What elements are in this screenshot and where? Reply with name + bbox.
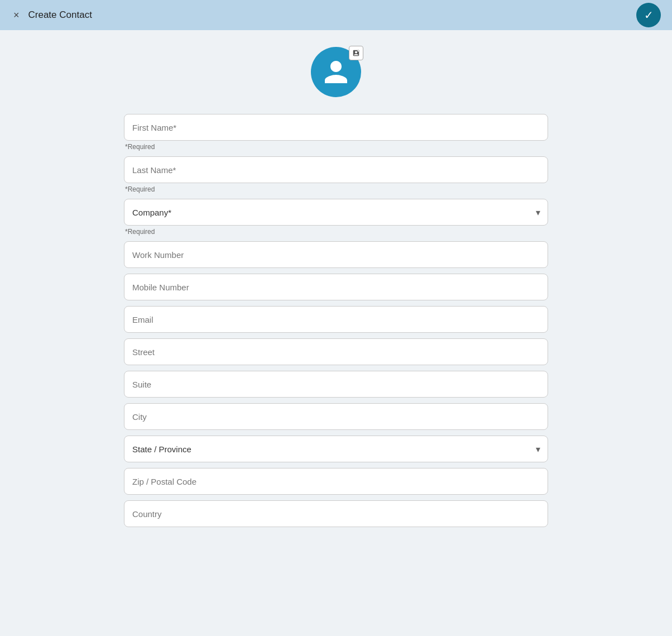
page-header: × Create Contact ✓ <box>0 0 672 30</box>
confirm-button[interactable]: ✓ <box>636 3 661 27</box>
state-province-select[interactable]: State / Province <box>124 436 548 462</box>
field-email <box>124 306 548 333</box>
close-icon: × <box>13 9 20 21</box>
form-content: *Required*RequiredCompany*▾*RequiredStat… <box>0 30 672 636</box>
field-city <box>124 403 548 430</box>
country-input[interactable] <box>124 500 548 527</box>
first-name-input[interactable] <box>124 114 548 141</box>
field-suite <box>124 371 548 398</box>
suite-input[interactable] <box>124 371 548 398</box>
field-zip-postal <box>124 468 548 495</box>
close-button[interactable]: × <box>11 7 22 23</box>
person-icon <box>322 58 350 86</box>
mobile-number-input[interactable] <box>124 274 548 300</box>
field-state-province: State / Province▾ <box>124 436 548 462</box>
field-company: Company*▾*Required <box>124 199 548 236</box>
add-photo-icon <box>352 49 360 57</box>
company-required-text: *Required <box>125 228 548 236</box>
avatar-container <box>311 47 361 97</box>
field-street <box>124 338 548 365</box>
city-input[interactable] <box>124 403 548 430</box>
zip-postal-input[interactable] <box>124 468 548 495</box>
state-province-wrapper: State / Province▾ <box>124 436 548 462</box>
field-mobile-number <box>124 274 548 300</box>
page-title: Create Contact <box>28 9 92 21</box>
checkmark-icon: ✓ <box>644 8 654 22</box>
first-name-required-text: *Required <box>125 143 548 151</box>
work-number-input[interactable] <box>124 241 548 268</box>
add-photo-button[interactable] <box>349 46 363 60</box>
field-country <box>124 500 548 527</box>
email-input[interactable] <box>124 306 548 333</box>
last-name-required-text: *Required <box>125 185 548 193</box>
field-first-name: *Required <box>124 114 548 151</box>
field-last-name: *Required <box>124 156 548 193</box>
form: *Required*RequiredCompany*▾*RequiredStat… <box>124 114 548 527</box>
field-work-number <box>124 241 548 268</box>
company-wrapper: Company*▾ <box>124 199 548 226</box>
header-left: × Create Contact <box>11 7 92 23</box>
street-input[interactable] <box>124 338 548 365</box>
last-name-input[interactable] <box>124 156 548 183</box>
company-select[interactable]: Company* <box>124 199 548 226</box>
